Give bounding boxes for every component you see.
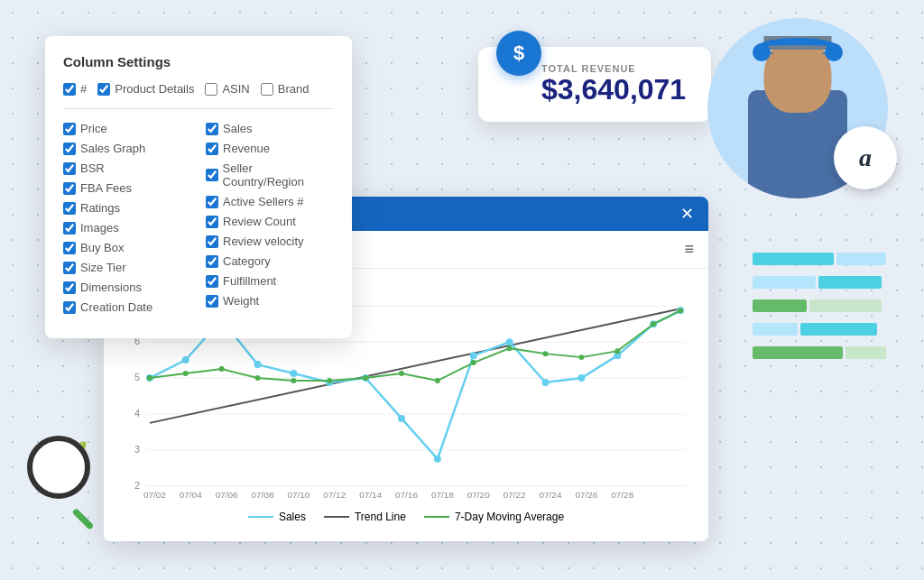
checkbox-bsr[interactable]: BSR <box>63 161 191 175</box>
bar-row-5 <box>753 346 897 359</box>
svg-point-40 <box>543 351 549 356</box>
svg-point-14 <box>182 356 189 364</box>
header-checkbox-product-details[interactable]: Product Details <box>97 82 194 96</box>
svg-point-37 <box>435 378 440 383</box>
svg-point-41 <box>578 354 584 360</box>
svg-text:07/28: 07/28 <box>611 490 633 500</box>
svg-point-38 <box>471 360 476 365</box>
checkbox-size-tier[interactable]: Size Tier <box>63 261 191 274</box>
svg-point-43 <box>651 321 656 327</box>
search-magnifier <box>27 436 90 499</box>
checkbox-review-velocity[interactable]: Review velocity <box>206 235 334 248</box>
moving-avg-line-indicator <box>424 516 449 518</box>
bar-teal-2 <box>818 276 882 289</box>
svg-text:3: 3 <box>134 444 140 455</box>
checkbox-images[interactable]: Images <box>63 221 191 235</box>
svg-point-16 <box>254 361 262 368</box>
svg-text:07/22: 07/22 <box>504 490 526 500</box>
search-handle <box>72 508 95 530</box>
svg-point-25 <box>578 374 585 382</box>
checkbox-fba-fees[interactable]: FBA Fees <box>63 181 191 195</box>
svg-text:5: 5 <box>134 372 140 382</box>
bar-teal-1 <box>753 253 834 265</box>
bar-row-4 <box>753 323 897 336</box>
header-checkbox-brand[interactable]: Brand <box>261 82 310 96</box>
svg-point-31 <box>219 366 225 372</box>
revenue-card: $ TOTAL REVENUE $3,640,071 <box>478 47 711 122</box>
legend-sales-label: Sales <box>279 511 306 523</box>
sales-line-indicator <box>248 516 273 518</box>
revenue-amount: $3,640,071 <box>541 74 686 106</box>
graph-close-button[interactable]: ✕ <box>680 206 694 222</box>
revenue-icon-circle: $ <box>496 31 541 76</box>
checkbox-category[interactable]: Category <box>206 254 334 268</box>
col1-checkboxes: Price Sales Graph BSR FBA Fees Ratings I… <box>63 122 191 320</box>
bar-light-green-1 <box>809 299 882 312</box>
svg-text:07/08: 07/08 <box>252 490 274 500</box>
svg-text:07/16: 07/16 <box>395 490 418 500</box>
svg-point-44 <box>678 308 683 313</box>
svg-text:07/06: 07/06 <box>216 490 238 500</box>
columns-grid: Price Sales Graph BSR FBA Fees Ratings I… <box>63 122 334 320</box>
checkbox-revenue[interactable]: Revenue <box>206 142 334 155</box>
avatar-area: a <box>707 18 888 202</box>
legend-trend: Trend Line <box>324 511 406 523</box>
bar-light-2 <box>753 276 816 289</box>
checkbox-buy-box[interactable]: Buy Box <box>63 241 191 254</box>
checkbox-active-sellers[interactable]: Active Sellers # <box>206 195 334 208</box>
checkbox-seller-country[interactable]: Seller Country/Region <box>206 161 334 189</box>
checkbox-price[interactable]: Price <box>63 122 191 135</box>
svg-point-35 <box>363 375 368 381</box>
bar-green-1 <box>753 299 807 312</box>
svg-point-21 <box>434 456 441 463</box>
svg-point-17 <box>290 370 297 377</box>
checkbox-ratings[interactable]: Ratings <box>63 201 191 215</box>
svg-point-33 <box>291 378 296 383</box>
checkbox-weight[interactable]: Weight <box>206 294 334 308</box>
svg-text:07/10: 07/10 <box>287 490 310 500</box>
svg-text:4: 4 <box>134 408 140 419</box>
bar-light-3 <box>753 323 798 336</box>
checkbox-sales-graph[interactable]: Sales Graph <box>63 142 191 155</box>
bar-light-green-2 <box>845 346 886 359</box>
svg-point-36 <box>399 371 404 376</box>
graph-menu-button[interactable]: ≡ <box>684 240 694 259</box>
column-header-row: # Product Details ASIN Brand <box>63 82 334 96</box>
bar-row-3 <box>753 299 897 312</box>
trend-line-indicator <box>324 516 349 518</box>
checkbox-dimensions[interactable]: Dimensions <box>63 281 191 294</box>
svg-text:07/24: 07/24 <box>540 490 562 500</box>
checkbox-fulfillment[interactable]: Fulfillment <box>206 274 334 288</box>
panel-divider <box>63 108 334 109</box>
svg-point-23 <box>506 338 513 345</box>
bar-teal-3 <box>800 323 877 336</box>
checkbox-creation-date[interactable]: Creation Date <box>63 300 191 314</box>
svg-point-29 <box>147 375 152 381</box>
svg-point-22 <box>470 352 477 359</box>
svg-point-24 <box>542 379 550 386</box>
svg-text:07/20: 07/20 <box>467 490 490 500</box>
amazon-logo: a <box>859 143 872 172</box>
panel-title: Column Settings <box>63 54 334 69</box>
bar-green-2 <box>753 346 843 359</box>
column-settings-panel: Column Settings # Product Details ASIN B… <box>45 36 352 338</box>
checkbox-review-count[interactable]: Review Count <box>206 215 334 228</box>
col2-checkboxes: Sales Revenue Seller Country/Region Acti… <box>206 122 334 320</box>
legend-moving-avg-label: 7-Day Moving Average <box>455 511 564 523</box>
svg-point-30 <box>183 371 189 376</box>
header-checkbox-asin[interactable]: ASIN <box>205 82 249 96</box>
dollar-icon: $ <box>513 41 524 65</box>
svg-point-32 <box>255 375 261 381</box>
svg-text:07/04: 07/04 <box>180 490 202 500</box>
svg-point-42 <box>614 348 620 354</box>
svg-text:2: 2 <box>134 480 140 491</box>
svg-text:07/14: 07/14 <box>359 490 382 500</box>
svg-text:07/12: 07/12 <box>323 490 346 500</box>
checkbox-sales[interactable]: Sales <box>206 122 334 135</box>
graph-legend: Sales Trend Line 7-Day Moving Average <box>118 503 694 534</box>
svg-point-34 <box>327 378 332 383</box>
svg-text:07/26: 07/26 <box>575 490 597 500</box>
legend-moving-avg: 7-Day Moving Average <box>424 511 564 523</box>
svg-point-39 <box>507 345 513 351</box>
header-checkbox-hash[interactable]: # <box>63 82 87 96</box>
